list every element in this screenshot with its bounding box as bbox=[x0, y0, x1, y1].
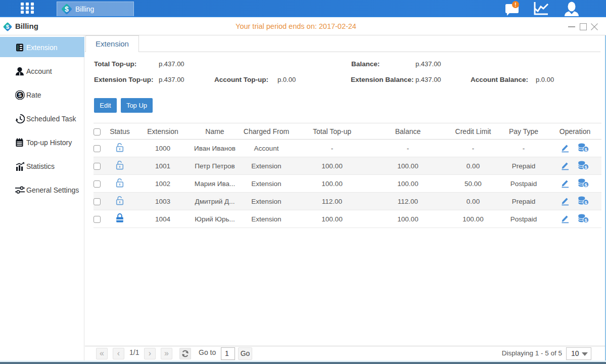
svg-text:S: S bbox=[18, 92, 22, 98]
svg-text:!: ! bbox=[515, 2, 516, 8]
svg-text:$: $ bbox=[65, 5, 69, 13]
